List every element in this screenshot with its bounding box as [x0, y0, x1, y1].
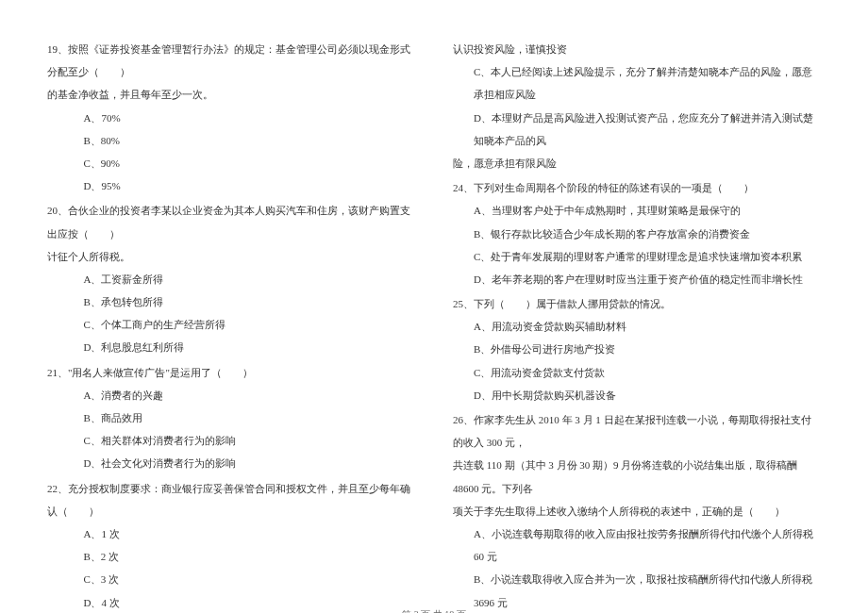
right-column: 认识投资风险，谨慎投资 C、本人已经阅读上述风险提示，充分了解并清楚知晓本产品的… [453, 38, 821, 585]
question-21: 21、"用名人来做宣传广告"是运用了（ ） A、消费者的兴趣 B、商品效用 C、… [47, 361, 415, 475]
q20-option-c: C、个体工商户的生产经营所得 [47, 313, 415, 336]
q19-option-b: B、80% [47, 129, 415, 152]
question-23-cont: 认识投资风险，谨慎投资 C、本人已经阅读上述风险提示，充分了解并清楚知晓本产品的… [453, 38, 821, 174]
q25-text: 25、下列（ ）属于借款人挪用贷款的情况。 [453, 292, 821, 315]
q25-option-d: D、用中长期贷款购买机器设备 [453, 384, 821, 406]
question-25: 25、下列（ ）属于借款人挪用贷款的情况。 A、用流动资金贷款购买辅助材料 B、… [453, 292, 821, 406]
q26-option-b: B、小说连载取得收入应合并为一次，取报社按稿酬所得代扣代缴人所得税 3696 元 [453, 568, 821, 613]
q26-cont1: 共连载 110 期（其中 3 月份 30 期）9 月份将连载的小说结集出版，取得… [453, 454, 821, 499]
q23-option-d-cont: 险，愿意承担有限风险 [453, 152, 821, 174]
q20-option-b: B、承包转包所得 [47, 290, 415, 313]
q23-cont-text: 认识投资风险，谨慎投资 [453, 38, 821, 60]
question-20: 20、合伙企业的投资者李某以企业资金为其本人购买汽车和住房，该财产购置支出应按（… [47, 199, 415, 358]
q24-option-a: A、当理财客户处于中年成熟期时，其理财策略是最保守的 [453, 199, 821, 222]
question-24: 24、下列对生命周期各个阶段的特征的陈述有误的一项是（ ） A、当理财客户处于中… [453, 176, 821, 290]
q23-option-c: C、本人已经阅读上述风险提示，充分了解并清楚知晓本产品的风险，愿意承担相应风险 [453, 60, 821, 106]
q22-option-b: B、2 次 [47, 545, 415, 568]
q21-option-b: B、商品效用 [47, 406, 415, 429]
q19-option-d: D、95% [47, 174, 415, 197]
q22-option-d: D、4 次 [47, 591, 415, 614]
q19-option-c: C、90% [47, 152, 415, 174]
q20-option-d: D、利息股息红利所得 [47, 336, 415, 358]
q21-text: 21、"用名人来做宣传广告"是运用了（ ） [47, 361, 415, 384]
q19-cont: 的基金净收益，并且每年至少一次。 [47, 83, 415, 106]
q24-option-d: D、老年养老期的客户在理财时应当注重于资产价值的稳定性而非增长性 [453, 268, 821, 290]
q20-option-a: A、工资薪金所得 [47, 268, 415, 290]
q21-option-a: A、消费者的兴趣 [47, 384, 415, 406]
q24-option-c: C、处于青年发展期的理财客户通常的理财理念是追求快速增加资本积累 [453, 245, 821, 268]
q26-cont2: 项关于李先生取得上述收入缴纳个人所得税的表述中，正确的是（ ） [453, 500, 821, 522]
q22-text: 22、充分授权制度要求：商业银行应妥善保管合同和授权文件，并且至少每年确认（ ） [47, 477, 415, 522]
q21-option-c: C、相关群体对消费者行为的影响 [47, 429, 415, 452]
q24-option-b: B、银行存款比较适合少年成长期的客户存放富余的消费资金 [453, 223, 821, 245]
q23-option-d: D、本理财产品是高风险进入投测试资产品，您应充分了解进并清入测试楚知晓本产品的风 [453, 107, 821, 152]
q24-text: 24、下列对生命周期各个阶段的特征的陈述有误的一项是（ ） [453, 176, 821, 199]
q21-option-d: D、社会文化对消费者行为的影响 [47, 452, 415, 474]
question-26: 26、作家李先生从 2010 年 3 月 1 日起在某报刊连载一小说，每期取得报… [453, 408, 821, 613]
q26-option-a: A、小说连载每期取得的收入应由报社按劳务报酬所得代扣代缴个人所得税 60 元 [453, 522, 821, 568]
question-19: 19、按照《证券投资基金管理暂行办法》的规定：基金管理公司必须以现金形式分配至少… [47, 38, 415, 197]
q20-cont: 计征个人所得税。 [47, 245, 415, 268]
q26-text: 26、作家李先生从 2010 年 3 月 1 日起在某报刊连载一小说，每期取得报… [453, 408, 821, 454]
q22-option-a: A、1 次 [47, 522, 415, 545]
q25-option-a: A、用流动资金贷款购买辅助材料 [453, 315, 821, 338]
left-column: 19、按照《证券投资基金管理暂行办法》的规定：基金管理公司必须以现金形式分配至少… [47, 38, 415, 585]
q22-option-c: C、3 次 [47, 568, 415, 590]
q20-text: 20、合伙企业的投资者李某以企业资金为其本人购买汽车和住房，该财产购置支出应按（… [47, 199, 415, 244]
q25-option-c: C、用流动资金贷款支付货款 [453, 361, 821, 384]
q19-text: 19、按照《证券投资基金管理暂行办法》的规定：基金管理公司必须以现金形式分配至少… [47, 38, 415, 83]
question-22: 22、充分授权制度要求：商业银行应妥善保管合同和授权文件，并且至少每年确认（ ）… [47, 477, 415, 613]
q19-option-a: A、70% [47, 107, 415, 129]
q25-option-b: B、外借母公司进行房地产投资 [453, 338, 821, 360]
